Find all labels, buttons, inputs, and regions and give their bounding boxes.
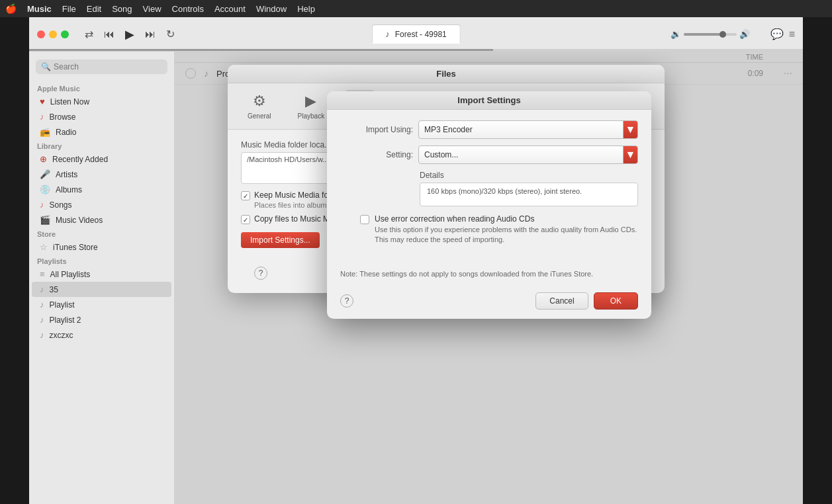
import-using-row: Import Using: MP3 Encoder ▼ [340, 120, 638, 139]
sidebar-item-35[interactable]: ♪ 35 [32, 282, 171, 297]
menu-account[interactable]: Account [214, 4, 246, 14]
menu-bar: 🍎 Music File Edit Song View Controls Acc… [0, 0, 832, 17]
import-content: Import Using: MP3 Encoder ▼ Setting: Cus… [327, 110, 651, 263]
sidebar-item-playlist[interactable]: ♪ Playlist [32, 297, 171, 312]
sidebar-item-browse[interactable]: ♪ Browse [32, 109, 171, 124]
playlists-section: Playlists [29, 255, 174, 267]
details-label: Details [420, 171, 638, 180]
sidebar-item-radio[interactable]: 📻 Radio [32, 124, 171, 140]
tab-playback[interactable]: ▶ Playback [291, 90, 332, 122]
sidebar-label-artists: Artists [56, 170, 77, 179]
sidebar-item-all-playlists[interactable]: ≡ All Playlists [32, 267, 171, 282]
general-icon: ⚙ [253, 93, 266, 110]
volume-control: 🔉 🔊 [670, 29, 750, 39]
traffic-lights [37, 30, 69, 38]
sidebar-label-albums: Albums [56, 185, 82, 194]
prefs-title-bar: Files [228, 65, 665, 83]
menu-edit[interactable]: Edit [87, 4, 101, 14]
details-section: Details 160 kbps (mono)/320 kbps (stereo… [420, 171, 638, 206]
cancel-button[interactable]: Cancel [535, 292, 588, 310]
error-correction-desc: Use this option if you experience proble… [375, 225, 638, 245]
setting-dropdown-btn[interactable]: ▼ [623, 146, 637, 163]
details-text: 160 kbps (mono)/320 kbps (stereo), joint… [427, 187, 582, 195]
import-dialog: Import Settings Import Using: MP3 Encode… [327, 91, 651, 319]
maximize-button[interactable] [61, 30, 69, 38]
sidebar-label-recently-added: Recently Added [52, 155, 108, 164]
general-label: General [248, 112, 271, 120]
search-input[interactable] [54, 62, 162, 71]
apple-menu[interactable]: 🍎 [5, 3, 17, 14]
rewind-button[interactable]: ⏮ [101, 26, 117, 43]
import-settings-button[interactable]: Import Settings... [241, 232, 320, 248]
menu-music[interactable]: Music [27, 4, 52, 14]
menu-song[interactable]: Song [112, 4, 132, 14]
sidebar-item-playlist2[interactable]: ♪ Playlist 2 [32, 312, 171, 327]
volume-fill [684, 33, 721, 36]
menu-file[interactable]: File [62, 4, 76, 14]
sidebar-item-listen-now[interactable]: ♥ Listen Now [32, 94, 171, 109]
keep-music-checkbox[interactable] [241, 191, 250, 200]
sidebar-item-recently-added[interactable]: ⊕ Recently Added [32, 151, 171, 167]
sidebar-label-itunes-store: iTunes Store [53, 243, 98, 252]
menu-view[interactable]: View [143, 4, 162, 14]
sidebar: 🔍 Apple Music ♥ Listen Now ♪ Browse 📻 Ra… [29, 52, 175, 504]
playback-label: Playback [298, 112, 325, 120]
tab-general[interactable]: ⚙ General [241, 90, 278, 122]
prefs-help-button[interactable]: ? [254, 267, 267, 280]
sidebar-item-artists[interactable]: 🎤 Artists [32, 167, 171, 182]
copy-files-label: Copy files to Music M... [254, 214, 336, 224]
sidebar-item-albums[interactable]: 💿 Albums [32, 182, 171, 197]
copy-files-checkbox[interactable] [241, 215, 250, 224]
sidebar-item-zxczxc[interactable]: ♪ zxczxc [32, 327, 171, 343]
sidebar-label-zxczxc: zxczxc [50, 331, 73, 340]
playlist2-icon: ♪ [40, 315, 44, 325]
setting-label: Setting: [340, 150, 413, 159]
sidebar-item-songs[interactable]: ♪ Songs [32, 197, 171, 212]
music-note-icon: ♪ [385, 29, 390, 39]
setting-row: Setting: Custom... ▼ [340, 146, 638, 164]
prefs-title: Files [436, 69, 456, 79]
import-help-button[interactable]: ? [340, 294, 353, 308]
progress-bar[interactable] [29, 49, 803, 51]
sidebar-label-playlist2: Playlist 2 [50, 315, 81, 325]
minimize-button[interactable] [49, 30, 57, 38]
error-correction-checkbox[interactable] [360, 215, 369, 224]
sidebar-item-music-videos[interactable]: 🎬 Music Videos [32, 212, 171, 228]
main-window: ⇄ ⏮ ▶ ⏭ ↻ ♪ Forest - 49981 🔉 🔊 💬 ≡ [29, 17, 803, 504]
lyrics-button[interactable]: 💬 [770, 28, 784, 40]
sidebar-label-music-videos: Music Videos [56, 216, 103, 225]
menu-window[interactable]: Window [256, 4, 287, 14]
forward-button[interactable]: ⏭ [142, 26, 158, 43]
sidebar-label-playlist: Playlist [50, 300, 75, 310]
shuffle-button[interactable]: ⇄ [82, 25, 96, 43]
ok-button[interactable]: OK [594, 292, 638, 310]
repeat-button[interactable]: ↻ [163, 25, 177, 43]
sidebar-item-itunes-store[interactable]: ☆ iTunes Store [32, 239, 171, 255]
setting-dropdown-icon: ▼ [625, 149, 636, 161]
content-area: 🔍 Apple Music ♥ Listen Now ♪ Browse 📻 Ra… [29, 52, 803, 504]
volume-slider[interactable] [684, 33, 737, 36]
search-bar[interactable]: 🔍 [36, 60, 167, 74]
now-playing-title: Forest - 49981 [395, 30, 447, 39]
transport-controls: ⇄ ⏮ ▶ ⏭ ↻ [82, 24, 177, 44]
dialog-footer: ? Cancel OK [327, 286, 651, 319]
zxczxc-icon: ♪ [40, 330, 44, 340]
volume-thumb[interactable] [719, 31, 726, 38]
sidebar-label-35: 35 [50, 285, 58, 294]
queue-button[interactable]: ≡ [789, 28, 795, 40]
play-button[interactable]: ▶ [122, 24, 137, 44]
setting-select[interactable]: Custom... ▼ [418, 146, 638, 164]
import-title: Import Settings [457, 95, 520, 105]
import-using-select[interactable]: MP3 Encoder ▼ [418, 120, 638, 139]
menu-controls[interactable]: Controls [172, 4, 204, 14]
apple-music-section: Apple Music [29, 82, 174, 94]
error-correction-title: Use error correction when reading Audio … [375, 214, 638, 224]
store-section: Store [29, 228, 174, 239]
import-using-dropdown-btn[interactable]: ▼ [623, 121, 637, 138]
now-playing-tab[interactable]: ♪ Forest - 49981 [371, 24, 461, 44]
menu-help[interactable]: Help [297, 4, 315, 14]
details-box: 160 kbps (mono)/320 kbps (stereo), joint… [420, 183, 638, 206]
close-button[interactable] [37, 30, 45, 38]
setting-value: Custom... [419, 147, 623, 162]
library-section: Library [29, 140, 174, 151]
